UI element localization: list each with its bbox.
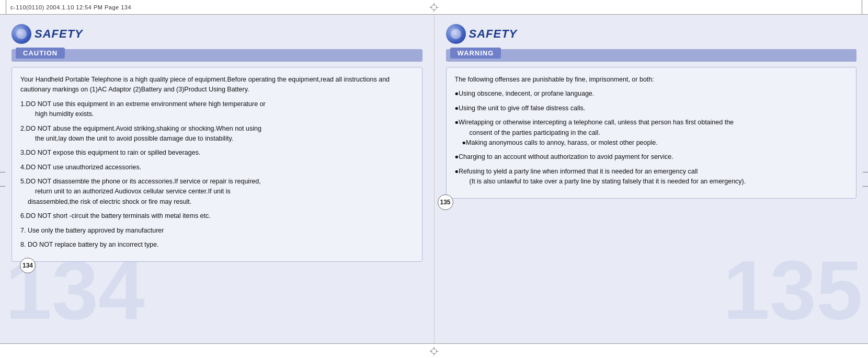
right-content-box: The following offenses are punishable by… <box>446 67 857 199</box>
item-2-text: 2.DO NOT abuse the equipment.Avoid strik… <box>20 125 261 142</box>
top-bar: c-110(0110) 2004.1.10 12:54 PM Page 134 <box>0 0 868 15</box>
main-content: 134 SAFETY CAUTION Your Handheld Portabl… <box>0 15 868 343</box>
item-3-text: 3.DO NOT expose this equipment to rain o… <box>20 149 200 156</box>
left-safety-title: SAFETY <box>35 27 83 41</box>
item-8-text: 8. DO NOT replace battery by an incorrec… <box>20 241 158 248</box>
bg-number-right: 135 <box>723 242 863 338</box>
right-page: 135 SAFETY WARNING The following offense… <box>435 15 869 343</box>
left-item-7: 7. Use only the battery approved by manu… <box>20 226 414 236</box>
left-item-4: 4.DO NOT use unauthorized accessories. <box>20 163 414 172</box>
item-5-text: 5.DO NOT disassemble the phone or its ac… <box>20 178 261 205</box>
caution-label-bar: CAUTION <box>12 49 422 62</box>
left-item-8: 8. DO NOT replace battery by an incorrec… <box>20 240 414 250</box>
right-safety-title: SAFETY <box>469 27 518 41</box>
item-6-text: 6.DO NOT short -circuit the battery term… <box>20 212 211 220</box>
right-safety-circle-inner <box>451 29 461 39</box>
left-page: 134 SAFETY CAUTION Your Handheld Portabl… <box>0 15 435 343</box>
warning-label-bar: WARNING <box>446 49 857 62</box>
left-item-1: 1.DO NOT use this equipment in an extrem… <box>20 99 414 120</box>
left-content-box: Your Handheld Portable Telephone is a hi… <box>12 67 422 262</box>
right-bullet-5: ●Refusing to yield a party line when inf… <box>455 167 848 187</box>
bottom-bar <box>0 343 868 358</box>
left-safety-circle-inner <box>16 29 27 39</box>
right-bullet-2: ●Using the unit to give off false distre… <box>455 103 848 113</box>
left-margin-mark <box>0 172 5 187</box>
bullet-5-text: ●Refusing to yield a party line when inf… <box>455 168 746 185</box>
right-safety-header: SAFETY <box>446 24 857 44</box>
left-item-6: 6.DO NOT short -circuit the battery term… <box>20 211 414 221</box>
left-intro-text: Your Handheld Portable Telephone is a hi… <box>20 75 414 95</box>
left-safety-circle-icon <box>12 24 31 44</box>
bullet-3-text: ●Wiretapping or otherwise intercepting a… <box>455 119 734 146</box>
bullet-4-text: ●Charging to an account without authoriz… <box>455 153 673 160</box>
left-item-2: 2.DO NOT abuse the equipment.Avoid strik… <box>20 124 414 144</box>
right-bullet-3: ●Wiretapping or otherwise intercepting a… <box>455 118 848 148</box>
bullet-2-text: ●Using the unit to give off false distre… <box>455 105 586 112</box>
right-intro-text: The following offenses are punishable by… <box>455 75 848 85</box>
top-crosshair-icon <box>429 3 439 12</box>
left-item-3: 3.DO NOT expose this equipment to rain o… <box>20 148 414 158</box>
header-text: c-110(0110) 2004.1.10 12:54 PM Page 134 <box>10 4 131 10</box>
bottom-crosshair-icon <box>429 347 439 356</box>
bullet-1-text: ●Using obscene, indecent, or profane lan… <box>455 90 595 97</box>
right-safety-circle-icon <box>446 24 466 44</box>
right-margin-mark <box>863 172 868 187</box>
right-bullet-4: ●Charging to an account without authoriz… <box>455 152 848 162</box>
left-safety-header: SAFETY <box>12 24 422 44</box>
item-7-text: 7. Use only the battery approved by manu… <box>20 227 164 234</box>
item-1-text: 1.DO NOT use this equipment in an extrem… <box>20 100 266 118</box>
warning-label: WARNING <box>450 48 501 59</box>
left-item-5: 5.DO NOT disassemble the phone or its ac… <box>20 177 414 207</box>
caution-label: CAUTION <box>16 48 65 59</box>
right-page-number: 135 <box>438 194 453 210</box>
right-bullet-1: ●Using obscene, indecent, or profane lan… <box>455 89 848 99</box>
item-4-text: 4.DO NOT use unauthorized accessories. <box>20 164 141 171</box>
